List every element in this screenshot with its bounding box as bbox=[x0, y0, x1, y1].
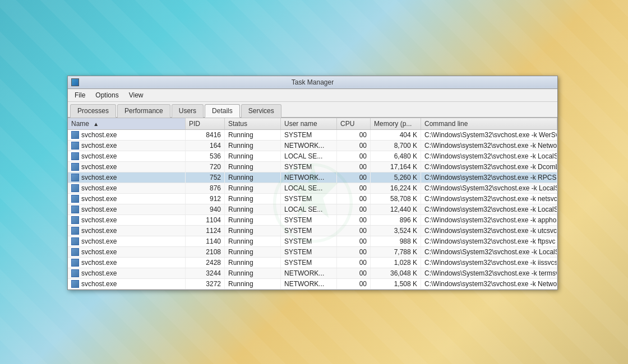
table-row[interactable]: svchost.exe 912 Running SYSTEM 00 58,708… bbox=[68, 194, 557, 204]
cell-name: svchost.exe bbox=[68, 151, 186, 161]
cell-username: SYSTEM bbox=[281, 162, 337, 172]
tab-performance[interactable]: Performance bbox=[117, 104, 170, 118]
col-name[interactable]: Name ▲ bbox=[68, 118, 186, 129]
cell-memory: 896 K bbox=[371, 215, 421, 225]
cell-username: NETWORK... bbox=[281, 172, 337, 183]
cell-cmdline: C:\Windows\system32\svchost.exe -k netsv… bbox=[421, 194, 557, 204]
process-icon bbox=[71, 269, 79, 277]
table-row[interactable]: svchost.exe 3244 Running NETWORK... 00 3… bbox=[68, 268, 557, 279]
cell-username: SYSTEM bbox=[281, 226, 337, 236]
table-row[interactable]: svchost.exe 2428 Running SYSTEM 00 1,028… bbox=[68, 258, 557, 268]
cell-cmdline: C:\Windows\system32\svchost.exe -k ftpsv… bbox=[421, 236, 557, 246]
cell-cpu: 00 bbox=[337, 236, 371, 246]
cell-pid: 876 bbox=[186, 183, 225, 193]
table-row[interactable]: svchost.exe 752 Running NETWORK... 00 5,… bbox=[68, 172, 557, 183]
cell-pid: 164 bbox=[186, 141, 225, 151]
col-pid[interactable]: PID bbox=[186, 118, 225, 129]
table-row[interactable]: svchost.exe 720 Running SYSTEM 00 17,164… bbox=[68, 162, 557, 172]
table-row[interactable]: svchost.exe 876 Running LOCAL SE... 00 1… bbox=[68, 183, 557, 194]
process-icon bbox=[71, 195, 79, 203]
table-row[interactable]: svchost.exe 536 Running LOCAL SE... 00 6… bbox=[68, 151, 557, 162]
process-icon bbox=[71, 237, 79, 245]
cell-status: Running bbox=[225, 172, 281, 183]
process-icon bbox=[71, 163, 79, 171]
cell-status: Running bbox=[225, 183, 281, 193]
table-row[interactable]: svchost.exe 3272 Running NETWORK... 00 1… bbox=[68, 279, 557, 290]
cell-status: Running bbox=[225, 236, 281, 246]
cell-memory: 988 K bbox=[371, 236, 421, 246]
cell-name: svchost.exe bbox=[68, 247, 186, 257]
cell-cpu: 00 bbox=[337, 226, 371, 236]
table-row[interactable]: svchost.exe 1140 Running SYSTEM 00 988 K… bbox=[68, 236, 557, 247]
cell-pid: 1104 bbox=[186, 215, 225, 225]
menu-file[interactable]: File bbox=[70, 90, 90, 100]
cell-username: SYSTEM bbox=[281, 194, 337, 204]
cell-username: SYSTEM bbox=[281, 215, 337, 225]
app-icon bbox=[71, 78, 79, 86]
cell-memory: 12,440 K bbox=[371, 204, 421, 214]
cell-username: LOCAL SE... bbox=[281, 204, 337, 214]
tab-processes[interactable]: Processes bbox=[70, 104, 116, 118]
cell-name: svchost.exe bbox=[68, 194, 186, 204]
process-icon bbox=[71, 259, 79, 267]
process-icon bbox=[71, 227, 79, 235]
cell-username: NETWORK... bbox=[281, 268, 337, 278]
cell-pid: 912 bbox=[186, 194, 225, 204]
tab-services[interactable]: Services bbox=[241, 104, 281, 118]
cell-cmdline: C:\Windows\system32\svchost.exe -k appho… bbox=[421, 215, 557, 225]
tab-users[interactable]: Users bbox=[172, 104, 204, 118]
cell-cpu: 00 bbox=[337, 194, 371, 204]
cell-cpu: 00 bbox=[337, 258, 371, 268]
cell-pid: 3244 bbox=[186, 268, 225, 278]
cell-name: svchost.exe bbox=[68, 204, 186, 214]
cell-name: svchost.exe bbox=[68, 162, 186, 172]
table-row[interactable]: svchost.exe 940 Running LOCAL SE... 00 1… bbox=[68, 204, 557, 215]
process-icon bbox=[71, 142, 79, 150]
cell-status: Running bbox=[225, 141, 281, 151]
table-body: svchost.exe 8416 Running SYSTEM 00 404 K… bbox=[68, 130, 557, 290]
tab-details[interactable]: Details bbox=[205, 104, 240, 118]
cell-memory: 5,260 K bbox=[371, 172, 421, 183]
cell-username: NETWORK... bbox=[281, 141, 337, 151]
cell-status: Running bbox=[225, 204, 281, 214]
cell-memory: 7,788 K bbox=[371, 247, 421, 257]
cell-pid: 8416 bbox=[186, 130, 225, 140]
tabs-bar: Processes Performance Users Details Serv… bbox=[68, 102, 557, 118]
cell-status: Running bbox=[225, 151, 281, 161]
cell-memory: 3,524 K bbox=[371, 226, 421, 236]
cell-pid: 752 bbox=[186, 172, 225, 183]
menu-options[interactable]: Options bbox=[91, 90, 123, 100]
menu-view[interactable]: View bbox=[124, 90, 148, 100]
cell-status: Running bbox=[225, 268, 281, 278]
cell-memory: 8,700 K bbox=[371, 141, 421, 151]
table-row[interactable]: svchost.exe 2108 Running SYSTEM 00 7,788… bbox=[68, 247, 557, 258]
cell-username: SYSTEM bbox=[281, 236, 337, 246]
cell-cpu: 00 bbox=[337, 279, 371, 289]
cell-status: Running bbox=[225, 215, 281, 225]
cell-memory: 16,224 K bbox=[371, 183, 421, 193]
cell-cmdline: C:\Windows\system32\svchost.exe -k utcsv… bbox=[421, 226, 557, 236]
cell-pid: 2428 bbox=[186, 258, 225, 268]
col-username[interactable]: User name bbox=[281, 118, 337, 129]
col-cmdline[interactable]: Command line bbox=[421, 118, 557, 129]
table-row[interactable]: svchost.exe 164 Running NETWORK... 00 8,… bbox=[68, 141, 557, 151]
col-cpu[interactable]: CPU bbox=[337, 118, 371, 129]
cell-cpu: 00 bbox=[337, 141, 371, 151]
table-row[interactable]: svchost.exe 1104 Running SYSTEM 00 896 K… bbox=[68, 215, 557, 226]
cell-memory: 6,480 K bbox=[371, 151, 421, 161]
cell-memory: 58,708 K bbox=[371, 194, 421, 204]
table-container: Name ▲ PID Status User name CPU Memory (… bbox=[68, 118, 557, 290]
cell-username: SYSTEM bbox=[281, 258, 337, 268]
cell-name: svchost.exe bbox=[68, 279, 186, 289]
cell-cmdline: C:\Windows\system32\svchost.exe -k Local… bbox=[421, 204, 557, 214]
col-status[interactable]: Status bbox=[225, 118, 281, 129]
table-row[interactable]: svchost.exe 1124 Running SYSTEM 00 3,524… bbox=[68, 226, 557, 236]
cell-pid: 2108 bbox=[186, 247, 225, 257]
cell-cpu: 00 bbox=[337, 151, 371, 161]
cell-cpu: 00 bbox=[337, 247, 371, 257]
cell-status: Running bbox=[225, 247, 281, 257]
col-memory[interactable]: Memory (p... bbox=[371, 118, 421, 129]
table-row[interactable]: svchost.exe 8416 Running SYSTEM 00 404 K… bbox=[68, 130, 557, 141]
cell-cpu: 00 bbox=[337, 215, 371, 225]
cell-name: svchost.exe bbox=[68, 130, 186, 140]
